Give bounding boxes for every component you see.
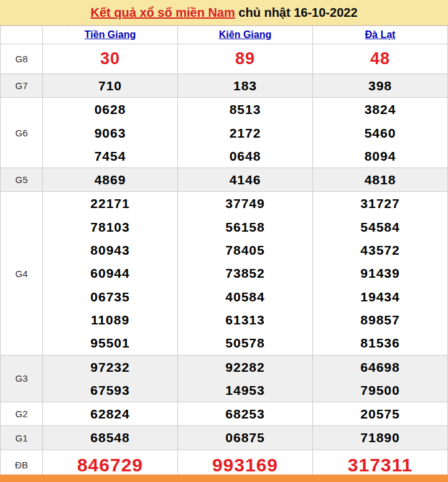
prize-number: 56158 — [178, 215, 312, 239]
prize-number: 73852 — [178, 262, 312, 285]
prize-cell-G3-col2: 6469879500 — [313, 355, 448, 402]
prize-number: 78103 — [43, 215, 177, 239]
prize-number: 0628 — [43, 98, 177, 121]
prize-number: 4869 — [43, 168, 177, 191]
prize-label-G2: G2 — [1, 402, 43, 426]
results-table-head: Tiền GiangKiên GiangĐà Lạt — [1, 26, 448, 44]
prize-number: 97232 — [43, 356, 177, 379]
prize-cell-G6-col2: 382454608094 — [313, 98, 448, 168]
prize-number: 60944 — [43, 262, 177, 285]
prize-number: 71890 — [313, 426, 447, 449]
prize-number: 0648 — [178, 144, 312, 168]
prize-number: 40584 — [178, 285, 312, 308]
prize-number: 68548 — [43, 426, 177, 449]
prize-number: 06735 — [43, 285, 177, 308]
prize-cell-G4-col2: 31727545844357291439194348985781536 — [313, 192, 448, 355]
prize-row-G6: G6062890637454851321720648382454608094 — [1, 98, 448, 168]
prize-cell-G8-col0: 30 — [43, 44, 178, 74]
title-date: chủ nhật 16-10-2022 — [235, 6, 358, 20]
prize-number: 54584 — [313, 215, 447, 239]
prize-number: 92282 — [178, 356, 312, 379]
prize-label-G5: G5 — [1, 168, 43, 192]
prize-number: 4146 — [178, 168, 312, 191]
prize-row-G7: G7710183398 — [1, 74, 448, 98]
prize-cell-G5-col1: 4146 — [178, 168, 313, 192]
prize-label-G7: G7 — [1, 74, 43, 98]
title-bar: Kết quả xổ số miền Nam chủ nhật 16-10-20… — [0, 0, 448, 26]
prize-cell-G7-col1: 183 — [178, 74, 313, 98]
province-link-1[interactable]: Kiên Giang — [219, 29, 271, 40]
prize-cell-G4-col1: 37749561587840573852405846131350578 — [178, 192, 313, 355]
prize-number: 3824 — [313, 98, 447, 121]
prize-cell-G2-col0: 62824 — [43, 402, 178, 426]
results-table-body: G8308948G7710183398G60628906374548513217… — [1, 44, 448, 481]
prize-cell-G7-col2: 398 — [313, 74, 448, 98]
prize-label-G4: G4 — [1, 192, 43, 355]
province-header-0: Tiền Giang — [43, 26, 178, 44]
prize-number: 81536 — [313, 331, 447, 354]
corner-cell — [1, 26, 43, 44]
prize-number: 80943 — [43, 239, 177, 262]
prize-number: 91439 — [313, 262, 447, 285]
prize-number: 89857 — [313, 308, 447, 331]
prize-number: 79500 — [313, 379, 447, 402]
prize-number: 2172 — [178, 121, 312, 144]
prize-label-G6: G6 — [1, 98, 43, 168]
prize-number: 67593 — [43, 379, 177, 402]
prize-number: 78405 — [178, 239, 312, 262]
prize-cell-G2-col1: 68253 — [178, 402, 313, 426]
prize-number: 8513 — [178, 98, 312, 121]
prize-number: 8094 — [313, 144, 447, 168]
prize-number: 14953 — [178, 379, 312, 402]
prize-row-G5: G5486941464818 — [1, 168, 448, 192]
prize-row-G1: G1685480687571890 — [1, 426, 448, 450]
prize-cell-G5-col0: 4869 — [43, 168, 178, 192]
prize-cell-G1-col2: 71890 — [313, 426, 448, 450]
province-header-2: Đà Lạt — [313, 26, 448, 44]
prize-cell-G2-col2: 20575 — [313, 402, 448, 426]
prize-cell-G3-col0: 9723267593 — [43, 355, 178, 402]
prize-label-G3: G3 — [1, 355, 43, 402]
prize-number: 62824 — [43, 402, 177, 425]
prize-number: 398 — [313, 74, 447, 97]
prize-cell-G3-col1: 9228214953 — [178, 355, 313, 402]
prize-number: 37749 — [178, 192, 312, 215]
prize-row-G8: G8308948 — [1, 44, 448, 74]
prize-number: 30 — [43, 44, 177, 73]
title-link[interactable]: Kết quả xổ số miền Nam — [90, 6, 235, 20]
prize-number: 61313 — [178, 308, 312, 331]
prize-number: 9063 — [43, 121, 177, 144]
results-table: Tiền GiangKiên GiangĐà Lạt G8308948G7710… — [0, 26, 448, 481]
province-link-2[interactable]: Đà Lạt — [365, 29, 396, 40]
prize-number: 64698 — [313, 356, 447, 379]
province-link-0[interactable]: Tiền Giang — [85, 29, 136, 40]
prize-number: 183 — [178, 74, 312, 97]
prize-number: 710 — [43, 74, 177, 97]
prize-cell-G7-col0: 710 — [43, 74, 178, 98]
prize-number: 22171 — [43, 192, 177, 215]
bottom-bar — [0, 475, 448, 482]
column-header-row: Tiền GiangKiên GiangĐà Lạt — [1, 26, 448, 44]
prize-cell-G4-col0: 22171781038094360944067351108995501 — [43, 192, 178, 355]
prize-number: 31727 — [313, 192, 447, 215]
prize-number: 4818 — [313, 168, 447, 191]
prize-number: 95501 — [43, 331, 177, 354]
prize-row-G2: G2628246825320575 — [1, 402, 448, 426]
prize-number: 48 — [313, 44, 447, 73]
lottery-results-page: Kết quả xổ số miền Nam chủ nhật 16-10-20… — [0, 0, 448, 482]
prize-number: 50578 — [178, 331, 312, 354]
prize-number: 7454 — [43, 144, 177, 168]
prize-number: 19434 — [313, 285, 447, 308]
prize-number: 06875 — [178, 426, 312, 449]
prize-cell-G6-col1: 851321720648 — [178, 98, 313, 168]
prize-label-G8: G8 — [1, 44, 43, 74]
prize-number: 89 — [178, 44, 312, 73]
prize-row-G4: G422171781038094360944067351108995501377… — [1, 192, 448, 355]
prize-cell-G1-col0: 68548 — [43, 426, 178, 450]
prize-number: 11089 — [43, 308, 177, 331]
prize-number: 5460 — [313, 121, 447, 144]
prize-number: 20575 — [313, 402, 447, 425]
prize-cell-G5-col2: 4818 — [313, 168, 448, 192]
prize-row-G3: G3972326759392282149536469879500 — [1, 355, 448, 402]
prize-cell-G8-col2: 48 — [313, 44, 448, 74]
